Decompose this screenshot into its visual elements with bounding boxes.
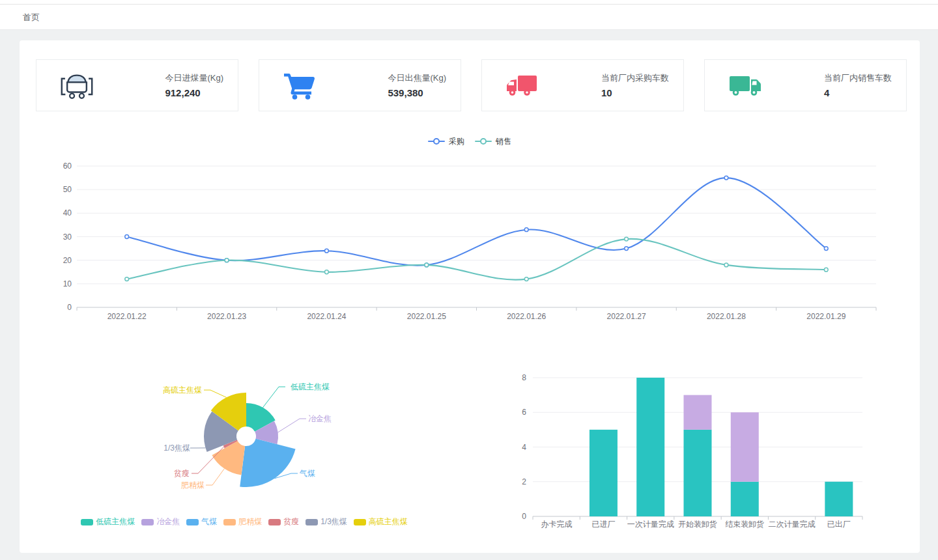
axis-label: 30 bbox=[63, 232, 72, 242]
stat-card-sales-trucks: 当前厂内销售车数 4 bbox=[704, 59, 907, 111]
axis-label: 2022.01.28 bbox=[707, 312, 746, 321]
pie-label: 气煤 bbox=[299, 469, 315, 478]
mine-cart-icon bbox=[56, 67, 98, 104]
breadcrumb[interactable]: 首页 bbox=[23, 12, 40, 23]
axis-label: 2022.01.29 bbox=[806, 312, 846, 321]
data-point[interactable] bbox=[325, 270, 329, 274]
axis-labels: 01020304050602022.01.222022.01.232022.01… bbox=[63, 161, 846, 321]
axis-label: 一次计量完成 bbox=[627, 520, 674, 529]
legend-label: 1/3焦煤 bbox=[320, 516, 347, 527]
stat-label: 今日出焦量(Kg) bbox=[388, 72, 446, 84]
legend-swatch bbox=[223, 519, 236, 525]
data-point[interactable] bbox=[125, 277, 129, 281]
data-point[interactable] bbox=[125, 235, 129, 239]
axis-label: 2022.01.22 bbox=[107, 312, 147, 321]
legend-label: 低硫主焦煤 bbox=[96, 516, 135, 527]
axis-label: 8 bbox=[522, 373, 526, 382]
axis-label: 4 bbox=[522, 443, 526, 452]
dashboard-panel: 今日进煤量(Kg) 912,240 今日出焦量(Kg) 539,380 bbox=[20, 40, 920, 553]
data-point[interactable] bbox=[325, 249, 329, 253]
pie-legend-item-肥精煤[interactable]: 肥精煤 bbox=[223, 516, 262, 527]
pie-legend-item-气煤[interactable]: 气煤 bbox=[186, 516, 217, 527]
data-point[interactable] bbox=[724, 176, 728, 180]
axis-label: 2022.01.27 bbox=[607, 312, 646, 321]
data-point[interactable] bbox=[524, 228, 528, 232]
legend-label: 贫瘦 bbox=[283, 516, 299, 527]
bar-segment[interactable] bbox=[590, 430, 618, 516]
pie-label-line bbox=[263, 387, 286, 408]
legend-label: 冶金焦 bbox=[156, 516, 180, 527]
axis-label: 开始装卸货 bbox=[678, 520, 717, 529]
stat-card-text: 今日进煤量(Kg) 912,240 bbox=[165, 72, 223, 98]
axis-label: 已出厂 bbox=[827, 520, 851, 529]
stat-value: 4 bbox=[824, 87, 892, 98]
stat-card-text: 当前厂内采购车数 10 bbox=[601, 72, 669, 98]
stat-cards: 今日进煤量(Kg) 912,240 今日出焦量(Kg) 539,380 bbox=[36, 59, 907, 111]
axis-label: 20 bbox=[63, 256, 72, 265]
bar-chart: 02468办卡完成已进厂一次计量完成开始装卸货结束装卸货二次计量完成已出厂 bbox=[508, 363, 907, 542]
axis-label: 结束装卸货 bbox=[725, 520, 764, 529]
legend-label: 高硫主焦煤 bbox=[369, 516, 408, 527]
legend-marker-ring bbox=[480, 138, 487, 145]
axis-label: 40 bbox=[63, 208, 72, 217]
data-point[interactable] bbox=[524, 277, 528, 281]
data-point[interactable] bbox=[625, 237, 629, 241]
pie-legend-item-高硫主焦煤[interactable]: 高硫主焦煤 bbox=[354, 516, 408, 527]
axis-label: 二次计量完成 bbox=[769, 520, 816, 529]
legend-swatch bbox=[81, 519, 93, 525]
pie-label-line bbox=[278, 419, 306, 432]
axis-label: 办卡完成 bbox=[541, 520, 572, 529]
stat-card-text: 今日出焦量(Kg) 539,380 bbox=[388, 72, 446, 98]
data-point[interactable] bbox=[425, 263, 429, 267]
bar-segment[interactable] bbox=[636, 378, 664, 516]
stat-label: 当前厂内销售车数 bbox=[824, 72, 892, 84]
legend-label: 肥精煤 bbox=[238, 516, 262, 527]
bar-segment[interactable] bbox=[731, 482, 759, 516]
legend-swatch bbox=[354, 519, 366, 525]
stat-card-purchase-trucks: 当前厂内采购车数 10 bbox=[481, 59, 684, 111]
line-series-销售 bbox=[127, 239, 827, 280]
axis-label: 2022.01.25 bbox=[407, 312, 446, 321]
pie-label: 高硫主焦煤 bbox=[163, 385, 202, 395]
axis-label: 2022.01.24 bbox=[307, 312, 346, 321]
stat-label: 当前厂内采购车数 bbox=[601, 72, 669, 84]
pie-legend-item-低硫主焦煤[interactable]: 低硫主焦煤 bbox=[81, 516, 135, 527]
axis-label: 已进厂 bbox=[591, 520, 615, 529]
axis-label: 0 bbox=[67, 303, 72, 312]
bar-segment[interactable] bbox=[825, 482, 853, 516]
pie-label-line bbox=[206, 469, 224, 485]
line-series-采购 bbox=[127, 178, 827, 266]
legend-item-采购[interactable]: 采购 bbox=[428, 137, 464, 146]
legend-label: 采购 bbox=[449, 136, 464, 147]
pie-label-line bbox=[204, 390, 227, 397]
bar-segment[interactable] bbox=[731, 412, 759, 482]
stat-value: 10 bbox=[601, 87, 669, 98]
axis-label: 50 bbox=[63, 185, 72, 194]
data-point[interactable] bbox=[824, 268, 828, 272]
axis-label: 0 bbox=[522, 512, 526, 521]
pie-label: 肥精煤 bbox=[181, 481, 205, 490]
data-point[interactable] bbox=[724, 263, 728, 267]
legend-swatch bbox=[306, 519, 318, 525]
legend-marker bbox=[475, 141, 492, 142]
data-point[interactable] bbox=[824, 247, 828, 251]
pie-legend-item-1/3焦煤[interactable]: 1/3焦煤 bbox=[306, 516, 347, 527]
axis-label: 6 bbox=[522, 408, 526, 417]
pie-label: 贫瘦 bbox=[174, 469, 190, 478]
legend-swatch bbox=[141, 519, 154, 525]
pie-legend-item-冶金焦[interactable]: 冶金焦 bbox=[141, 516, 180, 527]
data-point[interactable] bbox=[625, 247, 629, 251]
line-chart-legend: 采购销售 bbox=[20, 137, 920, 146]
stat-value: 539,380 bbox=[388, 87, 446, 98]
pie-chart: 低硫主焦煤冶金焦气煤肥精煤贫瘦1/3焦煤高硫主焦煤 bbox=[33, 366, 456, 519]
bar-segment[interactable] bbox=[684, 395, 712, 430]
legend-item-销售[interactable]: 销售 bbox=[475, 137, 511, 146]
legend-swatch bbox=[268, 519, 281, 525]
pie-legend-item-贫瘦[interactable]: 贫瘦 bbox=[268, 516, 299, 527]
truck-green-icon bbox=[724, 67, 766, 104]
pie-label: 冶金焦 bbox=[308, 414, 332, 423]
pie-slice-气煤[interactable] bbox=[240, 439, 295, 487]
bar-segment[interactable] bbox=[684, 430, 712, 516]
data-point[interactable] bbox=[225, 259, 229, 262]
breadcrumb-bar: 首页 bbox=[0, 5, 938, 30]
